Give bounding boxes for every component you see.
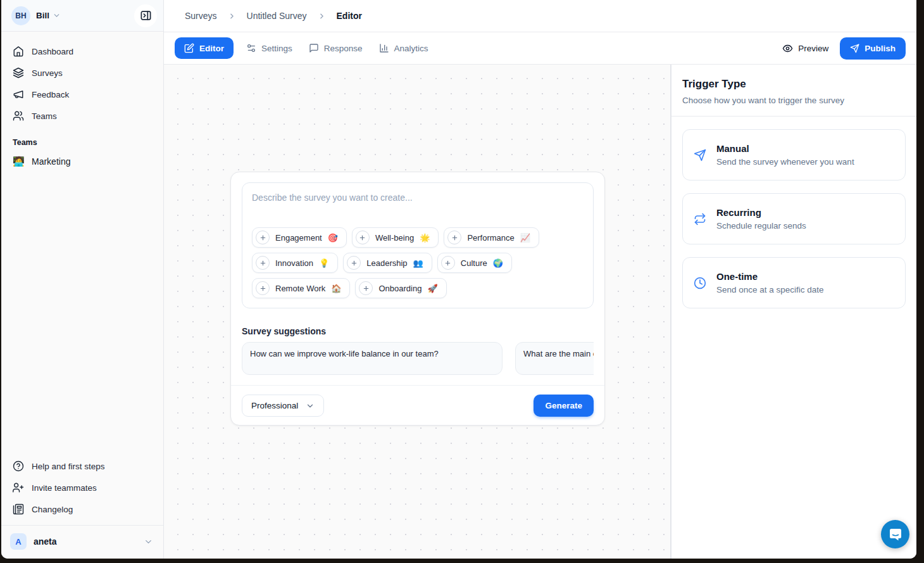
- tab-editor[interactable]: Editor: [175, 37, 234, 59]
- plus-icon: [347, 256, 361, 270]
- topic-chip-onboarding[interactable]: Onboarding 🚀: [355, 278, 446, 298]
- trigger-type-panel: Trigger Type Choose how you want to trig…: [671, 65, 916, 559]
- chevron-down-icon: [53, 11, 61, 20]
- chip-label: Leadership: [366, 258, 407, 268]
- megaphone-icon: [13, 89, 24, 100]
- dart-emoji-icon: 🎯: [328, 233, 338, 243]
- topic-chip-wellbeing[interactable]: Well-being 🌟: [352, 227, 439, 248]
- publish-label: Publish: [865, 44, 896, 53]
- newspaper-icon: [13, 503, 24, 515]
- breadcrumb-surveys[interactable]: Surveys: [185, 11, 217, 21]
- sidebar-item-invite[interactable]: Invite teammates: [6, 477, 158, 498]
- toolbar-actions: Preview Publish: [782, 37, 906, 60]
- sidebar-item-label: Teams: [32, 111, 57, 121]
- preview-button[interactable]: Preview: [782, 43, 828, 54]
- house-emoji-icon: 🏠: [331, 284, 341, 293]
- tab-label: Response: [324, 44, 363, 53]
- preview-label: Preview: [798, 44, 828, 53]
- topic-chip-innovation[interactable]: Innovation 💡: [252, 253, 338, 273]
- tab-label: Settings: [261, 44, 292, 53]
- topic-chip-performance[interactable]: Performance 📈: [444, 227, 539, 248]
- suggestion-card[interactable]: How can we improve work-life balance in …: [242, 342, 503, 375]
- trigger-options: Manual Send the survey whenever you want…: [671, 117, 916, 321]
- trigger-option-one-time[interactable]: One-time Send once at a specific date: [682, 257, 906, 308]
- trigger-option-description: Send once at a specific date: [716, 285, 824, 294]
- plus-icon: [256, 281, 270, 295]
- sidebar-item-help[interactable]: Help and first steps: [6, 455, 158, 477]
- bulb-emoji-icon: 💡: [319, 258, 329, 268]
- sidebar-nav: Dashboard Surveys Feedback Teams: [1, 32, 163, 127]
- tab-response[interactable]: Response: [309, 43, 363, 53]
- panel-collapse-icon: [140, 9, 152, 22]
- trigger-option-description: Schedule regular sends: [716, 221, 806, 231]
- plus-icon: [441, 256, 455, 270]
- chip-label: Performance: [467, 233, 514, 243]
- chat-bubble-icon: [888, 527, 903, 542]
- sidebar-collapse-button[interactable]: [134, 4, 157, 27]
- sidebar-item-feedback[interactable]: Feedback: [6, 84, 158, 105]
- sidebar-item-teams[interactable]: Teams: [6, 105, 158, 127]
- breadcrumb-untitled-survey[interactable]: Untitled Survey: [247, 11, 307, 21]
- rocket-emoji-icon: 🚀: [427, 284, 437, 293]
- sidebar-spacer: [1, 172, 163, 452]
- tab-settings[interactable]: Settings: [246, 43, 292, 53]
- topic-chip-remote-work[interactable]: Remote Work 🏠: [252, 278, 350, 298]
- chip-label: Innovation: [275, 258, 313, 268]
- sidebar-item-dashboard[interactable]: Dashboard: [6, 41, 158, 62]
- chip-label: Engagement: [275, 233, 322, 243]
- user-name: aneta: [34, 536, 57, 547]
- busts-emoji-icon: 👥: [413, 258, 423, 268]
- clock-icon: [694, 277, 706, 289]
- trigger-option-recurring[interactable]: Recurring Schedule regular sends: [682, 193, 906, 244]
- breadcrumb: Surveys Untitled Survey Editor: [164, 0, 916, 32]
- chevron-down-icon[interactable]: [144, 537, 153, 547]
- tab-analytics[interactable]: Analytics: [379, 43, 428, 53]
- sidebar-item-label: Feedback: [32, 90, 69, 99]
- teams-section-label: Teams: [1, 127, 163, 151]
- editor-toolbar: Editor Settings Response Analytics: [164, 32, 916, 64]
- sidebar-item-label: Help and first steps: [32, 462, 105, 471]
- technologist-emoji-icon: 🧑‍💻: [13, 156, 24, 167]
- plus-icon: [359, 281, 373, 295]
- tone-select[interactable]: Professional: [242, 395, 324, 417]
- workspace-switcher[interactable]: BH Bill: [1, 0, 163, 32]
- team-name: Marketing: [32, 156, 70, 167]
- chat-launcher-button[interactable]: [881, 520, 909, 548]
- generate-button[interactable]: Generate: [534, 395, 594, 417]
- sidebar-item-marketing[interactable]: 🧑‍💻 Marketing: [1, 151, 163, 172]
- eye-icon: [782, 43, 793, 54]
- chip-label: Culture: [461, 258, 487, 268]
- tab-label: Editor: [199, 44, 224, 53]
- globe-emoji-icon: 🌍: [493, 258, 503, 268]
- chevron-down-icon: [306, 402, 315, 410]
- trigger-option-title: Recurring: [716, 207, 806, 218]
- sidebar-item-changelog[interactable]: Changelog: [6, 498, 158, 520]
- editor-canvas[interactable]: Describe the survey you want to create..…: [164, 65, 671, 559]
- topic-chip-leadership[interactable]: Leadership 👥: [343, 253, 432, 273]
- trigger-option-description: Send the survey whenever you want: [716, 157, 854, 167]
- trigger-option-title: One-time: [716, 271, 824, 282]
- trigger-option-manual[interactable]: Manual Send the survey whenever you want: [682, 129, 906, 180]
- message-square-icon: [309, 43, 319, 53]
- plus-icon: [356, 231, 370, 244]
- topic-chip-culture[interactable]: Culture 🌍: [437, 253, 512, 273]
- ai-survey-composer-card: Describe the survey you want to create..…: [230, 172, 605, 426]
- user-menu[interactable]: A aneta: [1, 525, 163, 559]
- sidebar-item-surveys[interactable]: Surveys: [6, 62, 158, 84]
- plus-icon: [256, 231, 270, 244]
- prompt-placeholder: Describe the survey you want to create..…: [252, 193, 584, 203]
- user-plus-icon: [13, 482, 24, 493]
- topic-chip-engagement[interactable]: Engagement 🎯: [252, 227, 347, 248]
- workspace: Describe the survey you want to create..…: [164, 64, 916, 559]
- sidebar: BH Bill Dashboard Surv: [1, 0, 164, 559]
- sidebar-item-label: Dashboard: [32, 47, 73, 56]
- users-icon: [13, 110, 24, 122]
- layers-icon: [13, 67, 24, 79]
- breadcrumb-editor: Editor: [337, 11, 362, 21]
- survey-prompt-input[interactable]: Describe the survey you want to create..…: [242, 182, 594, 308]
- sidebar-item-label: Changelog: [32, 505, 73, 514]
- workspace-name: Bill: [36, 11, 49, 20]
- sliders-icon: [246, 43, 256, 53]
- suggestion-card[interactable]: What are the main ob: [515, 342, 594, 375]
- publish-button[interactable]: Publish: [840, 37, 906, 60]
